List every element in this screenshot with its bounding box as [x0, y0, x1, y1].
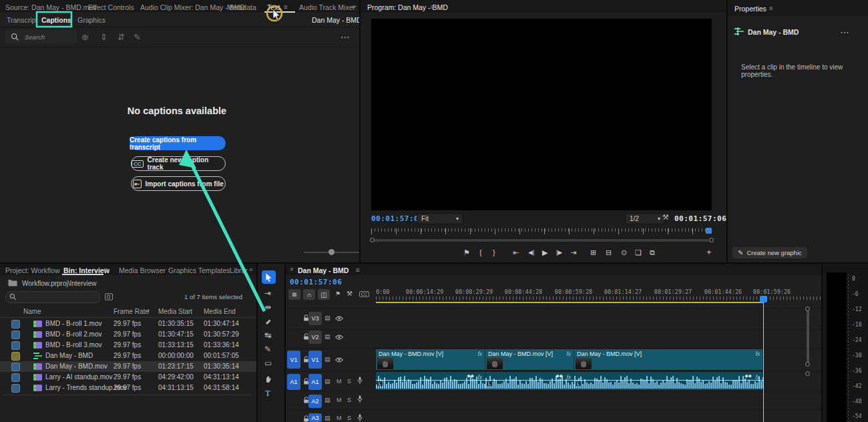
create-new-caption-track-button[interactable]: CC Create new caption track: [131, 156, 226, 171]
bin-row[interactable]: Larry - Trends standup.mov29.97 fps04:31…: [0, 383, 256, 393]
tab-metadata[interactable]: Metadata: [227, 3, 256, 11]
a3-mute-button[interactable]: M: [337, 415, 342, 421]
audio-clip-segment-2[interactable]: L fx ◈◈: [485, 372, 574, 390]
audio-clip-segment-3[interactable]: L fx ◈◈: [574, 372, 763, 390]
timeline-tab[interactable]: Dan May - BMD: [298, 266, 349, 274]
timeline-vertical-scrollbar[interactable]: [807, 310, 809, 363]
multi-camera-icon[interactable]: ⧉: [650, 248, 655, 257]
column-header-media-start[interactable]: Media Start: [158, 308, 192, 315]
tab-graphics-templates[interactable]: Graphics Templates: [168, 266, 230, 274]
timeline-cc-icon[interactable]: CC: [359, 291, 369, 297]
a3-source-patch-icon[interactable]: ▤: [324, 415, 331, 421]
a2-mute-button[interactable]: M: [337, 397, 342, 403]
export-frame-icon[interactable]: ⊙: [621, 248, 627, 257]
keyframe-speaker-icon[interactable]: ◈◈: [556, 373, 563, 379]
tab-source[interactable]: Source: Dan May - BMD.mov: [5, 3, 97, 11]
timeline-playhead-line[interactable]: [763, 297, 764, 422]
caption-zoom-knob[interactable]: [329, 249, 335, 255]
timeline-playhead-head[interactable]: [760, 296, 767, 302]
a2-source-patch-icon[interactable]: ▤: [324, 397, 331, 403]
a1-record-mic-icon[interactable]: [357, 377, 363, 385]
play-icon[interactable]: ▶: [542, 248, 548, 257]
program-scrollbar[interactable]: [374, 239, 709, 242]
add-marker-icon[interactable]: ⚑: [463, 248, 470, 257]
add-caption-icon[interactable]: ⊕: [81, 32, 89, 42]
bin-row[interactable]: BMD - B-roll 2.mov29.97 fps01:30:47:1501…: [0, 329, 256, 340]
a2-record-mic-icon[interactable]: [357, 395, 363, 403]
ripple-edit-tool[interactable]: ⇹: [264, 302, 271, 312]
tab-project-workflow[interactable]: Project: Workflow: [5, 266, 60, 274]
source-a1-badge[interactable]: A1: [287, 374, 300, 390]
panel-menu-icon[interactable]: ≡: [284, 3, 288, 11]
row-select-checkbox[interactable]: [11, 341, 20, 350]
tab-text[interactable]: Text: [267, 3, 280, 11]
tab-media-browser[interactable]: Media Browser: [119, 266, 166, 274]
mark-out-icon[interactable]: }: [493, 248, 495, 256]
track-a3-badge[interactable]: A3: [308, 413, 322, 422]
a2-solo-button[interactable]: S: [347, 397, 351, 403]
subtab-captions[interactable]: Captions: [41, 16, 71, 24]
properties-panel-menu-icon[interactable]: ≡: [769, 5, 773, 12]
type-tool[interactable]: T: [265, 388, 270, 399]
properties-item-name[interactable]: Dan May - BMD: [748, 28, 799, 36]
go-to-out-icon[interactable]: ⇥: [570, 248, 576, 257]
program-current-timecode[interactable]: 00:01:57:06: [371, 214, 423, 223]
video-clip-segment-3[interactable]: Dan May - BMD.mov [V]fx: [574, 349, 763, 370]
a3-solo-button[interactable]: S: [347, 415, 351, 421]
row-select-checkbox[interactable]: [11, 373, 20, 382]
audio-clip-segment-1[interactable]: L fx ◈◈: [376, 372, 485, 390]
hand-tool[interactable]: [264, 375, 272, 383]
timeline-settings-wrench-icon[interactable]: ⚒: [347, 290, 353, 297]
bin-tab-overflow-icon[interactable]: »: [249, 266, 253, 273]
bin-row[interactable]: Larry - AI standup.mov29.97 fps04:29:42:…: [0, 372, 256, 383]
slip-tool[interactable]: ↹: [264, 331, 271, 340]
bin-panel-menu-icon[interactable]: ≡: [103, 266, 107, 274]
work-area-bar[interactable]: [376, 302, 763, 303]
bin-row[interactable]: Dan May - BMD29.97 fps00:00:00:0000:01:5…: [0, 351, 256, 361]
search-bin-icon[interactable]: [105, 292, 113, 300]
selection-tool[interactable]: [262, 270, 276, 284]
linked-selection-button[interactable]: ◫: [318, 289, 330, 300]
timeline-ruler[interactable]: 00:00:00 00:00:14:29 00:00:29:29 00:00:4…: [376, 288, 821, 302]
button-editor-icon[interactable]: +: [706, 247, 712, 257]
keyframe-speaker-icon[interactable]: ◈◈: [744, 373, 752, 379]
create-captions-from-transcript-button[interactable]: Create captions from transcript: [130, 136, 226, 150]
lift-icon[interactable]: ⊞: [590, 248, 596, 257]
row-select-checkbox[interactable]: [11, 352, 20, 361]
razor-tool[interactable]: [264, 318, 272, 326]
mark-in-icon[interactable]: {: [479, 248, 482, 256]
step-back-icon[interactable]: ◀|: [528, 249, 534, 256]
v2-source-patch-icon[interactable]: ▤: [324, 333, 331, 340]
step-forward-icon[interactable]: |▶: [556, 249, 562, 256]
track-v1-badge[interactable]: V1: [308, 351, 322, 369]
timeline-add-marker-icon[interactable]: ⚑: [335, 290, 341, 297]
timeline-scrollbar-bottom-handle[interactable]: [805, 362, 810, 367]
program-scrollbar-right-handle[interactable]: [709, 238, 714, 242]
program-scrollbar-left-handle[interactable]: [370, 238, 375, 242]
row-select-checkbox[interactable]: [11, 320, 20, 329]
properties-more-icon[interactable]: ⋯: [840, 27, 849, 37]
program-settings-wrench-icon[interactable]: ⚒: [662, 213, 669, 222]
extract-icon[interactable]: ⊟: [606, 248, 612, 257]
v1-source-patch-icon[interactable]: ▤: [324, 356, 331, 363]
tab-audio-track-mixer[interactable]: Audio Track Mixer: Dan: [299, 3, 359, 11]
subtab-transcript[interactable]: Transcript: [7, 16, 37, 24]
program-panel-menu-icon[interactable]: ≡: [431, 3, 435, 11]
bin-row[interactable]: Dan May - BMD.mov29.97 fps01:23:17:1501:…: [0, 361, 256, 372]
a1-source-patch-icon[interactable]: ▤: [324, 378, 331, 385]
program-playhead[interactable]: [706, 228, 712, 234]
bin-breadcrumb[interactable]: Workflow.prproj\Interview: [22, 280, 97, 287]
tab-libraries[interactable]: Librar: [230, 266, 248, 274]
expand-all-icon[interactable]: ⇕: [100, 32, 107, 42]
subtab-graphics[interactable]: Graphics: [77, 16, 105, 24]
sort-up-icon[interactable]: ↑: [147, 307, 150, 314]
snap-toggle-button[interactable]: ∩: [303, 289, 315, 300]
timeline-scrollbar-top-handle[interactable]: [805, 306, 810, 311]
nest-toggle-button[interactable]: ⧈: [288, 289, 300, 300]
video-clip-segment-1[interactable]: Dan May - BMD.mov [V]fx: [376, 349, 485, 370]
bin-row[interactable]: BMD - B-roll 3.mov29.97 fps01:33:13:1501…: [0, 340, 256, 351]
track-a1-badge[interactable]: A1: [308, 374, 322, 390]
column-header-frame-rate[interactable]: Frame Rate: [114, 308, 149, 315]
video-clip-segment-2[interactable]: Dan May - BMD.mov [V]fx: [485, 349, 574, 370]
v1-toggle-visibility-icon[interactable]: [335, 357, 343, 363]
